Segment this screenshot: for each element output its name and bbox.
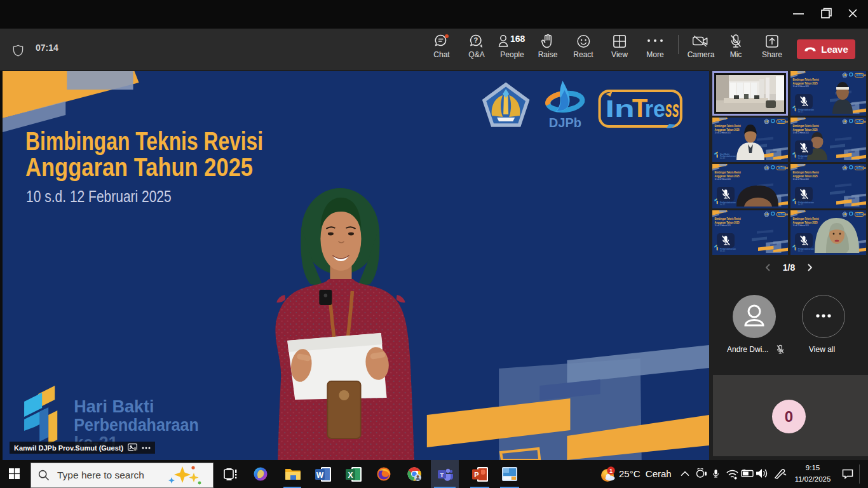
svg-text:In: In — [606, 96, 635, 122]
svg-text:?: ? — [473, 36, 478, 44]
svg-text:Bimbingan Teknis Revisi: Bimbingan Teknis Revisi — [25, 127, 263, 155]
svg-text:T: T — [440, 471, 444, 478]
svg-text:DJPb: DJPb — [549, 116, 581, 130]
svg-text:Perbendaharaan: Perbendaharaan — [74, 416, 199, 435]
svg-text:10 s.d. 12 Februari 2025: 10 s.d. 12 Februari 2025 — [26, 187, 172, 206]
svg-text:P: P — [474, 471, 478, 478]
svg-text:1: 1 — [609, 468, 613, 474]
svg-text:Anggaran Tahun 2025: Anggaran Tahun 2025 — [25, 153, 253, 181]
svg-text:Hari Bakti: Hari Bakti — [74, 397, 154, 416]
svg-text:168: 168 — [510, 34, 526, 44]
svg-text:X: X — [348, 470, 353, 479]
svg-text:W: W — [316, 470, 323, 479]
svg-text:re: re — [645, 96, 665, 122]
svg-text:ss: ss — [665, 96, 679, 122]
